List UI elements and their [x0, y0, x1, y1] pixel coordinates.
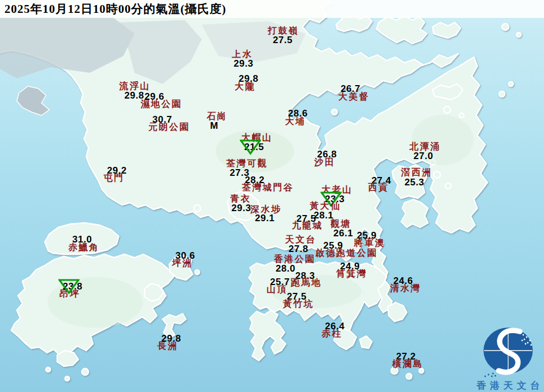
station-name: 深水埗 [250, 205, 282, 214]
station-value: 27.8 [289, 244, 308, 254]
station-name: 黃大仙 [310, 202, 341, 211]
station-name: 青衣 [230, 194, 251, 203]
hko-logo-chinese: 香港天文台 [472, 380, 544, 391]
title-bar: 2025年10月12日10時00分的氣溫(攝氏度) [0, 0, 544, 18]
station-value: 29.3 [234, 59, 253, 68]
station-name: 荃灣可觀 [226, 159, 268, 168]
station-name: 屯門 [104, 174, 124, 183]
station-name: 沙田 [314, 158, 335, 167]
station-name: 元朗公園 [148, 123, 190, 132]
hko-logo: 香港天文台 HONG KONG OBSERVATORY [472, 326, 544, 392]
station-name: 上水 [232, 50, 253, 59]
station-name: 北潭涌 [410, 142, 441, 151]
station-value: 27.0 [413, 151, 433, 161]
station-name: 黃竹坑 [283, 300, 314, 309]
station-name: 大隴 [235, 82, 255, 91]
station-name: 啟德跑道公園 [315, 249, 378, 258]
station-name: 觀塘 [331, 220, 351, 228]
station-name: 流浮山 [119, 82, 151, 91]
station-name: 赤鱲角 [68, 243, 100, 252]
station-name: 滘西洲 [401, 168, 433, 177]
station-name: 濕地公園 [141, 100, 182, 109]
station-value: 29.1 [255, 213, 275, 223]
station-name: 將軍澳 [354, 239, 385, 248]
station-value: 25.3 [404, 178, 424, 187]
station-name: 西貢 [368, 183, 389, 192]
station-name: 九龍城 [292, 221, 323, 230]
map-title: 2025年10月12日10時00分的氣溫(攝氏度) [4, 1, 226, 17]
station-name: 長洲 [157, 342, 178, 351]
station-labels-layer: 27.5打鼓嶺29.3上水29.8大隴29.8流浮山29.6濕地公園30.7元朗… [0, 0, 544, 392]
station-name: 清水灣 [390, 284, 421, 293]
station-name: 大美督 [338, 92, 370, 101]
station-name: 石崗 [207, 112, 227, 121]
record-low-triangle-icon [240, 139, 261, 155]
station-name: 筲箕灣 [336, 269, 368, 278]
station-value: 27.5 [273, 35, 292, 45]
station-value: 28.0 [276, 264, 295, 273]
station-name: 坪洲 [172, 259, 193, 268]
station-name: 天文台 [285, 235, 317, 244]
station-name: 赤柱 [322, 329, 342, 338]
station-name: 大埔 [285, 117, 306, 126]
station-name: 荃灣城門谷 [242, 183, 294, 192]
station-name: 打鼓嶺 [268, 26, 299, 35]
station-name: 橫瀾島 [392, 360, 424, 368]
station-name: 山頂 [267, 285, 287, 294]
hko-logo-icon [473, 326, 543, 377]
station-value: M [210, 121, 218, 130]
station-value: 26.1 [333, 228, 353, 238]
station-name: 跑馬地 [291, 278, 322, 287]
station-value: 29.3 [231, 203, 251, 213]
station-name: 香港公園 [274, 255, 315, 264]
record-low-triangle-icon [58, 279, 80, 295]
temperature-map-screen: 27.5打鼓嶺29.3上水29.8大隴29.8流浮山29.6濕地公園30.7元朗… [0, 0, 544, 392]
